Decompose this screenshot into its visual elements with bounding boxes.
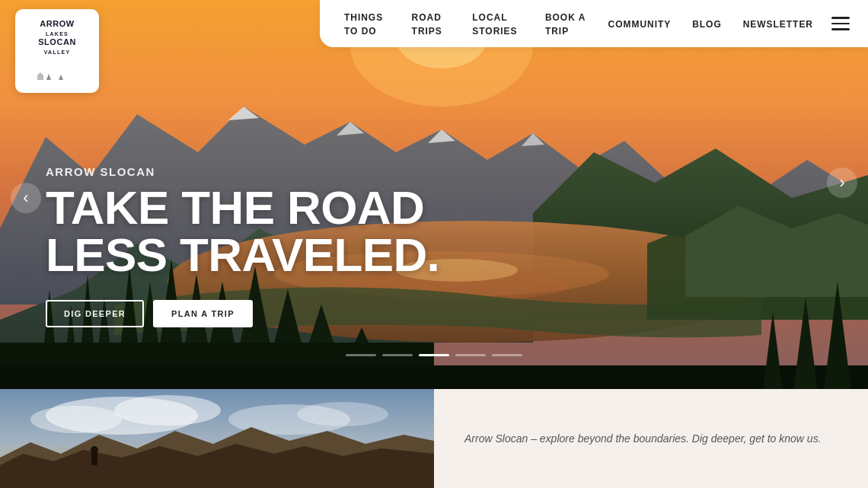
nav-book-a-trip[interactable]: BOOK A TRIP (545, 10, 587, 37)
logo-text: ARROW LAKES SLOCAN VALLEY (34, 19, 80, 56)
slide-dot-2[interactable] (382, 354, 413, 356)
svg-point-45 (297, 402, 388, 426)
hero-title: TAKE THE ROAD LESS TRAVELED. (46, 184, 439, 279)
nav-community[interactable]: COMMUNITY (608, 17, 672, 30)
bottom-thumbnail (0, 389, 434, 488)
hamburger-line (831, 28, 850, 30)
nav-things-to-do[interactable]: THINGS TO DO (344, 10, 391, 37)
dig-deeper-button[interactable]: DIG DEEPER (46, 300, 144, 327)
bottom-section: Arrow Slocan – explore beyond the bounda… (0, 389, 868, 488)
bottom-description: Arrow Slocan – explore beyond the bounda… (464, 430, 822, 447)
plan-a-trip-button[interactable]: PLAN A TRIP (153, 300, 253, 327)
nav-local-stories[interactable]: LOCAL STORIES (472, 10, 524, 37)
prev-arrow-icon: ‹ (23, 188, 28, 208)
slide-dot-5[interactable] (492, 354, 522, 356)
hamburger-line (831, 17, 850, 19)
svg-point-49 (91, 446, 98, 454)
slide-dot-1[interactable] (346, 354, 376, 356)
svg-marker-1 (53, 62, 74, 80)
bottom-image-svg (0, 389, 434, 488)
hero-content: ARROW SLOCAN TAKE THE ROAD LESS TRAVELED… (46, 165, 439, 327)
header: THINGS TO DO ROAD TRIPS LOCAL STORIES BO… (320, 0, 868, 47)
hero-buttons: DIG DEEPER PLAN A TRIP (46, 300, 439, 327)
nav-newsletter[interactable]: NEWSLETTER (743, 17, 813, 30)
hamburger-line (831, 23, 850, 25)
nav-menu: THINGS TO DO ROAD TRIPS LOCAL STORIES BO… (344, 10, 813, 37)
logo-mountains-icon (34, 59, 80, 83)
slide-dot-4[interactable] (455, 354, 486, 356)
hamburger-menu-button[interactable] (831, 17, 850, 30)
bottom-text-area: Arrow Slocan – explore beyond the bounda… (434, 389, 868, 488)
logo[interactable]: ARROW LAKES SLOCAN VALLEY (15, 9, 99, 93)
hero-subtitle: ARROW SLOCAN (46, 165, 439, 178)
nav-road-trips[interactable]: ROAD TRIPS (412, 10, 452, 37)
svg-point-43 (30, 406, 122, 433)
svg-point-42 (114, 395, 221, 426)
slide-dots (346, 354, 522, 356)
nav-blog[interactable]: BLOG (692, 17, 722, 30)
next-arrow-icon: › (839, 173, 844, 193)
slide-dot-3[interactable] (419, 354, 449, 356)
next-arrow-button[interactable]: › (827, 167, 857, 198)
prev-arrow-button[interactable]: ‹ (11, 183, 41, 213)
hero-section: ARROW SLOCAN TAKE THE ROAD LESS TRAVELED… (0, 0, 868, 403)
